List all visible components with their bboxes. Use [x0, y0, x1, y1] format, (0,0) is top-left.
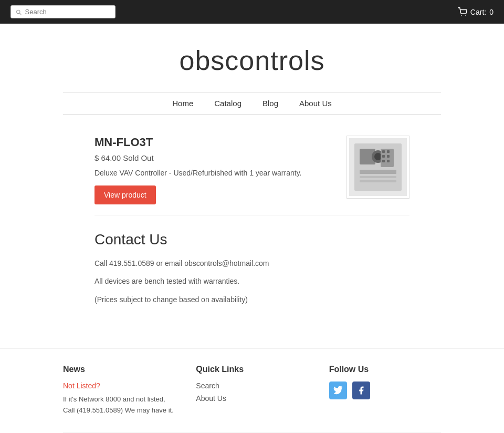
- product-title: MN-FLO3T: [94, 136, 331, 149]
- footer-not-listed-link[interactable]: Not Listed?: [63, 382, 175, 390]
- nav-catalog[interactable]: Catalog: [214, 99, 242, 108]
- footer-link-about[interactable]: About Us: [196, 394, 308, 403]
- footer-news-title: News: [63, 365, 175, 374]
- svg-rect-11: [382, 150, 385, 153]
- svg-point-1: [465, 15, 466, 16]
- svg-rect-13: [382, 155, 385, 158]
- svg-rect-9: [360, 180, 396, 182]
- search-input[interactable]: [25, 8, 111, 16]
- contact-line3: (Prices subject to change based on avail…: [94, 294, 410, 305]
- brand-title: obscontrols: [10, 45, 494, 76]
- footer-quicklinks-col: Quick Links Search About Us: [196, 365, 308, 416]
- footer-news-body: If it's Network 8000 and not listed, Cal…: [63, 394, 175, 416]
- product-description: Deluxe VAV Controller - Used/Refurbished…: [94, 169, 331, 177]
- cart-icon: [458, 7, 467, 17]
- svg-rect-16: [387, 160, 390, 162]
- product-price: $ 64.00 Sold Out: [94, 153, 331, 162]
- social-icons: [329, 382, 441, 399]
- footer-quicklinks-title: Quick Links: [196, 365, 308, 374]
- footer-link-search[interactable]: Search: [196, 382, 308, 390]
- cart-area[interactable]: Cart: 0: [458, 7, 494, 17]
- search-form[interactable]: [10, 5, 116, 18]
- header: Cart: 0: [0, 0, 504, 24]
- product-image-svg: [349, 138, 407, 196]
- svg-rect-7: [360, 170, 396, 174]
- nav-blog[interactable]: Blog: [262, 99, 278, 108]
- svg-point-0: [461, 15, 462, 16]
- footer: News Not Listed? If it's Network 8000 an…: [0, 348, 504, 433]
- svg-rect-8: [360, 176, 396, 178]
- brand-section: obscontrols: [0, 24, 504, 92]
- product-info: MN-FLO3T $ 64.00 Sold Out Deluxe VAV Con…: [94, 136, 331, 204]
- cart-count: 0: [489, 8, 494, 16]
- contact-line2: All devices are bench tested with warran…: [94, 275, 410, 287]
- twitter-icon[interactable]: [329, 382, 347, 399]
- nav-home[interactable]: Home: [172, 99, 193, 108]
- footer-news-col: News Not Listed? If it's Network 8000 an…: [63, 365, 175, 416]
- footer-columns: News Not Listed? If it's Network 8000 an…: [63, 365, 441, 416]
- svg-rect-15: [382, 160, 385, 162]
- nav-bar: Home Catalog Blog About Us: [63, 92, 441, 115]
- search-icon: [15, 8, 22, 16]
- svg-rect-14: [387, 155, 390, 158]
- svg-rect-12: [387, 150, 390, 153]
- facebook-icon[interactable]: [352, 382, 370, 399]
- contact-title: Contact Us: [94, 231, 410, 248]
- product-section: MN-FLO3T $ 64.00 Sold Out Deluxe VAV Con…: [94, 125, 410, 215]
- view-product-button[interactable]: View product: [94, 185, 156, 204]
- contact-line1: Call 419.551.0589 or email obscontrols@h…: [94, 257, 410, 269]
- cart-label: Cart:: [470, 8, 486, 16]
- footer-follow-col: Follow Us: [329, 365, 441, 416]
- nav-about-us[interactable]: About Us: [299, 99, 332, 108]
- footer-follow-title: Follow Us: [329, 365, 441, 374]
- main-content: MN-FLO3T $ 64.00 Sold Out Deluxe VAV Con…: [32, 115, 472, 333]
- product-image: [346, 136, 410, 199]
- svg-point-6: [374, 153, 382, 160]
- contact-section: Contact Us Call 419.551.0589 or email ob…: [94, 215, 410, 322]
